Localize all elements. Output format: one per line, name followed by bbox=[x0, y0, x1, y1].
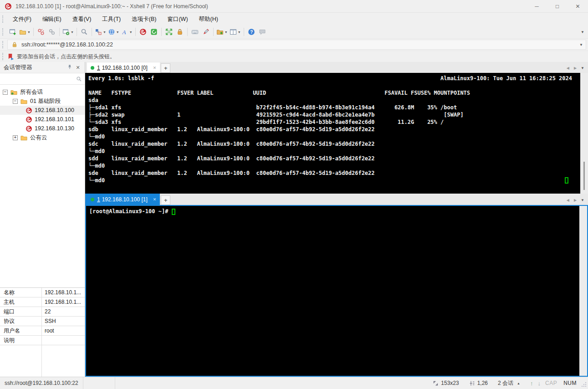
tab-close-icon[interactable]: ✕ bbox=[153, 66, 157, 70]
new-session-icon[interactable] bbox=[7, 26, 18, 37]
tree-item-group-basic[interactable]: − 01 基础阶段 bbox=[0, 97, 85, 106]
menu-file[interactable]: 文件(F) bbox=[7, 14, 37, 25]
session-properties-icon[interactable]: ▼ bbox=[61, 26, 75, 37]
cursor-position-indicator: 1,26 bbox=[469, 380, 488, 386]
tree-item-group-cloud[interactable]: + 公有云 bbox=[0, 133, 85, 142]
toolbar-separator bbox=[213, 28, 214, 36]
toolbar-overflow-icon[interactable]: ▼ bbox=[581, 30, 584, 34]
chevron-down-icon[interactable]: ▼ bbox=[116, 31, 119, 34]
tab-bar-top: 1 192.168.10.100 [0] ✕ + ◀ ▶ ▼ bbox=[85, 62, 588, 73]
tab-scroll-left-icon[interactable]: ◀ bbox=[564, 66, 572, 73]
tab-scroll-right-icon[interactable]: ▶ bbox=[572, 198, 579, 205]
property-label: 说明 bbox=[0, 336, 42, 345]
layout-icon[interactable]: ▼ bbox=[94, 26, 107, 37]
scrollbar-bottom[interactable] bbox=[579, 206, 587, 376]
tree-label: 192.168.10.101 bbox=[35, 116, 74, 123]
scroll-up-icon[interactable]: ↑ bbox=[530, 380, 533, 387]
lock-screen-icon[interactable] bbox=[174, 26, 185, 37]
property-value[interactable] bbox=[42, 336, 85, 345]
property-value[interactable]: 192.168.10.1... bbox=[42, 288, 85, 297]
tab-menu-icon[interactable]: ▼ bbox=[579, 66, 588, 73]
tile-windows-icon[interactable]: ▼ bbox=[229, 26, 242, 37]
chevron-down-icon[interactable]: ▼ bbox=[103, 31, 106, 34]
maximize-button[interactable]: □ bbox=[547, 0, 568, 12]
find-icon[interactable] bbox=[79, 26, 90, 37]
tree-item-session-100[interactable]: 192.168.10.100 bbox=[0, 106, 85, 115]
new-tab-button[interactable]: + bbox=[161, 195, 170, 205]
tab-session-0[interactable]: 1 192.168.10.100 [0] ✕ bbox=[87, 62, 160, 73]
scrollbar-top[interactable] bbox=[580, 73, 588, 194]
caps-lock-indicator: CAP bbox=[545, 380, 557, 386]
scroll-down-icon[interactable]: ↓ bbox=[537, 380, 541, 387]
chevron-down-icon[interactable]: ▼ bbox=[27, 31, 31, 34]
xshell-logo-icon bbox=[5, 3, 12, 10]
new-tab-group-icon[interactable]: ▼ bbox=[215, 26, 229, 37]
help-icon[interactable]: ? bbox=[246, 26, 257, 37]
chevron-down-icon[interactable]: ▼ bbox=[71, 31, 74, 34]
tab-scroll-right-icon[interactable]: ▶ bbox=[572, 66, 579, 73]
scrollbar-thumb[interactable] bbox=[583, 162, 585, 190]
chevron-down-icon[interactable]: ▼ bbox=[577, 43, 586, 47]
hint-text: 要添加当前会话，点击左侧的箭头按钮。 bbox=[17, 53, 115, 61]
terminal-size-indicator: 153x23 bbox=[433, 380, 459, 386]
new-tab-button[interactable]: + bbox=[161, 63, 170, 73]
menu-window[interactable]: 窗口(W) bbox=[162, 14, 193, 25]
terminal-bottom[interactable]: [root@AlmaLinux9-100 ~]# bbox=[86, 206, 579, 376]
virtual-keyboard-icon[interactable] bbox=[189, 26, 200, 37]
toolbar-separator bbox=[59, 28, 60, 36]
toolbar-separator bbox=[33, 28, 34, 36]
chevron-down-icon[interactable]: ▼ bbox=[129, 31, 133, 34]
tab-scroll-left-icon[interactable]: ◀ bbox=[564, 198, 572, 205]
fullscreen-icon[interactable] bbox=[164, 26, 174, 37]
svg-text:?: ? bbox=[250, 30, 253, 35]
reconnect-icon[interactable] bbox=[46, 26, 57, 37]
addressbar-grip[interactable] bbox=[2, 41, 5, 48]
menu-edit[interactable]: 编辑(E) bbox=[37, 14, 67, 25]
menu-tools[interactable]: 工具(T) bbox=[97, 14, 126, 25]
collapse-icon[interactable]: − bbox=[3, 90, 8, 95]
web-icon[interactable]: ▼ bbox=[107, 26, 120, 37]
toolbar-grip[interactable] bbox=[2, 28, 5, 36]
font-icon[interactable]: A ▼ bbox=[120, 26, 133, 37]
property-value[interactable]: SSH bbox=[42, 317, 85, 326]
search-icon[interactable] bbox=[76, 76, 82, 82]
tab-label: 192.168.10.100 [1] bbox=[102, 196, 148, 203]
watch-host-datetime: AlmaLinux9-100: Tue Jun 11 16:28:25 2024 bbox=[440, 75, 572, 82]
pin-icon[interactable] bbox=[66, 64, 74, 71]
menu-view[interactable]: 查看(V) bbox=[67, 14, 97, 25]
property-value[interactable]: root bbox=[42, 326, 85, 335]
chevron-up-icon: ▲ bbox=[517, 382, 520, 385]
resize-grip[interactable] bbox=[581, 382, 587, 389]
tab-session-1[interactable]: 1 192.168.10.100 [1] ✕ bbox=[85, 194, 160, 205]
hintbar-grip[interactable] bbox=[2, 53, 5, 60]
menu-tabs[interactable]: 选项卡(B) bbox=[126, 14, 162, 25]
expand-icon[interactable]: + bbox=[13, 135, 18, 140]
disconnect-icon[interactable] bbox=[36, 26, 46, 37]
tree-item-session-101[interactable]: 192.168.10.101 bbox=[0, 115, 85, 124]
address-field[interactable]: ssh://root:******@192.168.10.100:22 ▼ bbox=[7, 40, 586, 50]
tab-menu-icon[interactable]: ▼ bbox=[579, 198, 588, 205]
feedback-icon[interactable] bbox=[257, 26, 268, 37]
xshell-icon[interactable] bbox=[138, 26, 148, 37]
menu-help[interactable]: 帮助(H) bbox=[194, 14, 224, 25]
highlight-icon[interactable] bbox=[200, 26, 211, 37]
terminal-top[interactable]: Every 1.0s: lsblk -f AlmaLinux9-100: Tue… bbox=[85, 73, 580, 194]
xftp-icon[interactable] bbox=[148, 26, 159, 37]
collapse-icon[interactable]: − bbox=[13, 99, 18, 104]
chevron-down-icon[interactable]: ▼ bbox=[225, 31, 228, 34]
property-value[interactable]: 22 bbox=[42, 307, 85, 316]
close-button[interactable]: ✕ bbox=[568, 0, 588, 12]
tree-item-all-sessions[interactable]: − 所有会话 bbox=[0, 87, 85, 97]
open-folder-icon[interactable]: ▼ bbox=[18, 26, 31, 37]
menubar-grip[interactable] bbox=[2, 15, 5, 23]
minimize-button[interactable]: ─ bbox=[527, 0, 547, 12]
tree-item-session-130[interactable]: 192.168.10.130 bbox=[0, 124, 85, 133]
property-value[interactable]: 192.168.10.1... bbox=[42, 297, 85, 307]
chevron-down-icon[interactable]: ▼ bbox=[238, 31, 241, 34]
search-input[interactable] bbox=[0, 73, 76, 84]
close-icon[interactable]: ✕ bbox=[74, 65, 82, 71]
property-label: 用户名 bbox=[0, 326, 42, 335]
session-manager-panel: 会话管理器 ✕ − 所有会话 bbox=[0, 62, 85, 377]
session-count[interactable]: 2 会话 ▲ bbox=[498, 379, 520, 387]
tab-close-icon[interactable]: ✕ bbox=[153, 197, 157, 202]
